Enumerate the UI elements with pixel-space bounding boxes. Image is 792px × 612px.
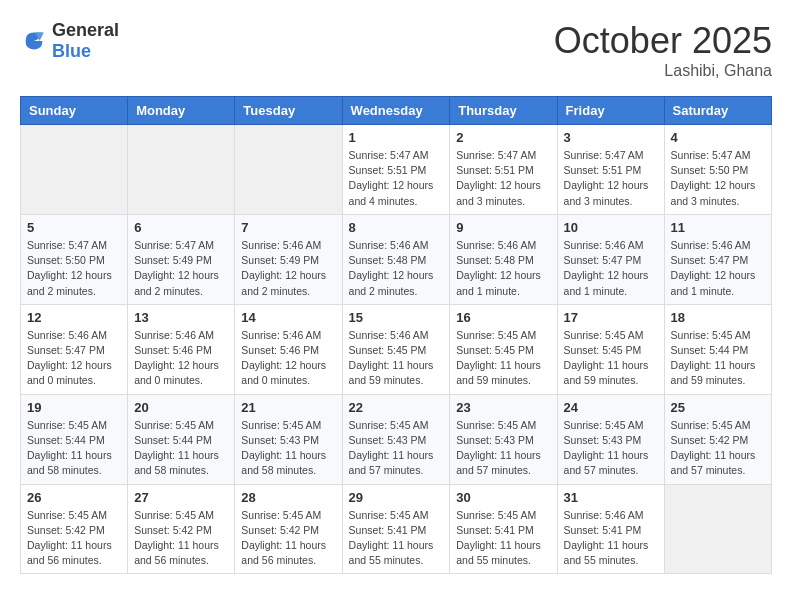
day-number: 7: [241, 220, 335, 235]
page-header: General Blue October 2025 Lashibi, Ghana: [20, 20, 772, 80]
day-number: 10: [564, 220, 658, 235]
calendar-cell: 23 Sunrise: 5:45 AMSunset: 5:43 PMDaylig…: [450, 394, 557, 484]
day-detail: Sunrise: 5:46 AMSunset: 5:48 PMDaylight:…: [456, 238, 550, 299]
day-number: 5: [27, 220, 121, 235]
day-number: 21: [241, 400, 335, 415]
day-number: 26: [27, 490, 121, 505]
day-detail: Sunrise: 5:47 AMSunset: 5:51 PMDaylight:…: [456, 148, 550, 209]
calendar-cell: 27 Sunrise: 5:45 AMSunset: 5:42 PMDaylig…: [128, 484, 235, 574]
calendar-table: SundayMondayTuesdayWednesdayThursdayFrid…: [20, 96, 772, 574]
calendar-week-row: 5 Sunrise: 5:47 AMSunset: 5:50 PMDayligh…: [21, 214, 772, 304]
day-number: 8: [349, 220, 444, 235]
day-number: 17: [564, 310, 658, 325]
day-number: 18: [671, 310, 765, 325]
calendar-cell: [235, 125, 342, 215]
calendar-cell: 30 Sunrise: 5:45 AMSunset: 5:41 PMDaylig…: [450, 484, 557, 574]
day-detail: Sunrise: 5:45 AMSunset: 5:42 PMDaylight:…: [241, 508, 335, 569]
day-number: 9: [456, 220, 550, 235]
day-number: 31: [564, 490, 658, 505]
day-detail: Sunrise: 5:45 AMSunset: 5:43 PMDaylight:…: [564, 418, 658, 479]
calendar-cell: 21 Sunrise: 5:45 AMSunset: 5:43 PMDaylig…: [235, 394, 342, 484]
calendar-cell: 5 Sunrise: 5:47 AMSunset: 5:50 PMDayligh…: [21, 214, 128, 304]
day-detail: Sunrise: 5:45 AMSunset: 5:44 PMDaylight:…: [134, 418, 228, 479]
calendar-cell: 20 Sunrise: 5:45 AMSunset: 5:44 PMDaylig…: [128, 394, 235, 484]
day-detail: Sunrise: 5:46 AMSunset: 5:47 PMDaylight:…: [671, 238, 765, 299]
day-detail: Sunrise: 5:45 AMSunset: 5:45 PMDaylight:…: [456, 328, 550, 389]
day-detail: Sunrise: 5:47 AMSunset: 5:51 PMDaylight:…: [349, 148, 444, 209]
calendar-cell: 13 Sunrise: 5:46 AMSunset: 5:46 PMDaylig…: [128, 304, 235, 394]
day-of-week-header: Saturday: [664, 97, 771, 125]
day-detail: Sunrise: 5:45 AMSunset: 5:43 PMDaylight:…: [456, 418, 550, 479]
calendar-cell: 3 Sunrise: 5:47 AMSunset: 5:51 PMDayligh…: [557, 125, 664, 215]
day-detail: Sunrise: 5:45 AMSunset: 5:43 PMDaylight:…: [349, 418, 444, 479]
calendar-cell: 19 Sunrise: 5:45 AMSunset: 5:44 PMDaylig…: [21, 394, 128, 484]
calendar-cell: 11 Sunrise: 5:46 AMSunset: 5:47 PMDaylig…: [664, 214, 771, 304]
day-number: 22: [349, 400, 444, 415]
calendar-cell: 10 Sunrise: 5:46 AMSunset: 5:47 PMDaylig…: [557, 214, 664, 304]
day-number: 14: [241, 310, 335, 325]
day-of-week-header: Friday: [557, 97, 664, 125]
calendar-cell: 1 Sunrise: 5:47 AMSunset: 5:51 PMDayligh…: [342, 125, 450, 215]
logo-text-blue: Blue: [52, 41, 91, 61]
day-detail: Sunrise: 5:47 AMSunset: 5:50 PMDaylight:…: [27, 238, 121, 299]
month-title: October 2025: [554, 20, 772, 62]
day-number: 13: [134, 310, 228, 325]
day-detail: Sunrise: 5:46 AMSunset: 5:47 PMDaylight:…: [564, 238, 658, 299]
day-number: 16: [456, 310, 550, 325]
day-number: 15: [349, 310, 444, 325]
calendar-cell: 9 Sunrise: 5:46 AMSunset: 5:48 PMDayligh…: [450, 214, 557, 304]
day-number: 24: [564, 400, 658, 415]
day-number: 20: [134, 400, 228, 415]
calendar-cell: 31 Sunrise: 5:46 AMSunset: 5:41 PMDaylig…: [557, 484, 664, 574]
calendar-cell: 29 Sunrise: 5:45 AMSunset: 5:41 PMDaylig…: [342, 484, 450, 574]
calendar-cell: 25 Sunrise: 5:45 AMSunset: 5:42 PMDaylig…: [664, 394, 771, 484]
day-detail: Sunrise: 5:46 AMSunset: 5:41 PMDaylight:…: [564, 508, 658, 569]
calendar-cell: 14 Sunrise: 5:46 AMSunset: 5:46 PMDaylig…: [235, 304, 342, 394]
day-number: 30: [456, 490, 550, 505]
day-of-week-header: Wednesday: [342, 97, 450, 125]
day-detail: Sunrise: 5:47 AMSunset: 5:51 PMDaylight:…: [564, 148, 658, 209]
calendar-cell: 26 Sunrise: 5:45 AMSunset: 5:42 PMDaylig…: [21, 484, 128, 574]
day-of-week-header: Thursday: [450, 97, 557, 125]
day-number: 6: [134, 220, 228, 235]
day-detail: Sunrise: 5:46 AMSunset: 5:47 PMDaylight:…: [27, 328, 121, 389]
day-of-week-header: Tuesday: [235, 97, 342, 125]
logo: General Blue: [20, 20, 119, 62]
calendar-cell: 8 Sunrise: 5:46 AMSunset: 5:48 PMDayligh…: [342, 214, 450, 304]
day-number: 1: [349, 130, 444, 145]
day-number: 19: [27, 400, 121, 415]
logo-text-general: General: [52, 20, 119, 40]
day-detail: Sunrise: 5:45 AMSunset: 5:42 PMDaylight:…: [27, 508, 121, 569]
logo-icon: [20, 27, 48, 55]
title-block: October 2025 Lashibi, Ghana: [554, 20, 772, 80]
calendar-header-row: SundayMondayTuesdayWednesdayThursdayFrid…: [21, 97, 772, 125]
day-of-week-header: Sunday: [21, 97, 128, 125]
day-detail: Sunrise: 5:45 AMSunset: 5:41 PMDaylight:…: [349, 508, 444, 569]
day-detail: Sunrise: 5:47 AMSunset: 5:49 PMDaylight:…: [134, 238, 228, 299]
day-detail: Sunrise: 5:45 AMSunset: 5:42 PMDaylight:…: [671, 418, 765, 479]
day-number: 11: [671, 220, 765, 235]
day-number: 2: [456, 130, 550, 145]
day-detail: Sunrise: 5:45 AMSunset: 5:41 PMDaylight:…: [456, 508, 550, 569]
day-detail: Sunrise: 5:45 AMSunset: 5:44 PMDaylight:…: [27, 418, 121, 479]
day-detail: Sunrise: 5:45 AMSunset: 5:44 PMDaylight:…: [671, 328, 765, 389]
day-number: 27: [134, 490, 228, 505]
calendar-cell: 28 Sunrise: 5:45 AMSunset: 5:42 PMDaylig…: [235, 484, 342, 574]
calendar-cell: [21, 125, 128, 215]
calendar-week-row: 19 Sunrise: 5:45 AMSunset: 5:44 PMDaylig…: [21, 394, 772, 484]
calendar-cell: 4 Sunrise: 5:47 AMSunset: 5:50 PMDayligh…: [664, 125, 771, 215]
day-number: 12: [27, 310, 121, 325]
calendar-cell: 2 Sunrise: 5:47 AMSunset: 5:51 PMDayligh…: [450, 125, 557, 215]
day-detail: Sunrise: 5:46 AMSunset: 5:49 PMDaylight:…: [241, 238, 335, 299]
day-detail: Sunrise: 5:47 AMSunset: 5:50 PMDaylight:…: [671, 148, 765, 209]
calendar-week-row: 1 Sunrise: 5:47 AMSunset: 5:51 PMDayligh…: [21, 125, 772, 215]
location-title: Lashibi, Ghana: [554, 62, 772, 80]
day-number: 28: [241, 490, 335, 505]
calendar-week-row: 12 Sunrise: 5:46 AMSunset: 5:47 PMDaylig…: [21, 304, 772, 394]
day-number: 4: [671, 130, 765, 145]
calendar-cell: 22 Sunrise: 5:45 AMSunset: 5:43 PMDaylig…: [342, 394, 450, 484]
calendar-cell: 18 Sunrise: 5:45 AMSunset: 5:44 PMDaylig…: [664, 304, 771, 394]
day-detail: Sunrise: 5:45 AMSunset: 5:42 PMDaylight:…: [134, 508, 228, 569]
calendar-week-row: 26 Sunrise: 5:45 AMSunset: 5:42 PMDaylig…: [21, 484, 772, 574]
day-detail: Sunrise: 5:46 AMSunset: 5:46 PMDaylight:…: [241, 328, 335, 389]
